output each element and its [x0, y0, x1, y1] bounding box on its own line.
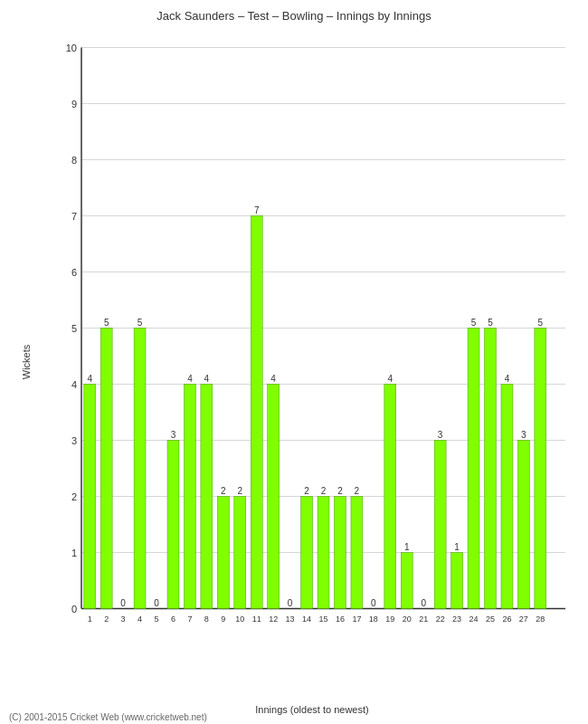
svg-text:25: 25 [486, 614, 495, 624]
y-axis-label: Wickets [21, 345, 32, 380]
svg-text:20: 20 [403, 614, 412, 624]
svg-text:5: 5 [155, 614, 159, 624]
svg-text:0: 0 [421, 598, 426, 608]
svg-text:4: 4 [187, 374, 193, 384]
svg-rect-73 [384, 385, 396, 609]
svg-rect-62 [318, 497, 329, 609]
svg-text:19: 19 [385, 614, 394, 624]
svg-text:0: 0 [288, 598, 293, 608]
svg-rect-90 [485, 329, 497, 609]
svg-rect-23 [84, 385, 96, 609]
svg-text:17: 17 [352, 614, 361, 624]
svg-text:2: 2 [237, 486, 242, 496]
svg-text:4: 4 [138, 614, 142, 624]
svg-text:8: 8 [204, 614, 209, 624]
svg-rect-99 [535, 329, 546, 609]
svg-text:1: 1 [88, 614, 92, 624]
svg-text:2: 2 [71, 491, 77, 502]
svg-text:4: 4 [505, 374, 510, 384]
svg-text:8: 8 [71, 155, 77, 166]
svg-text:13: 13 [286, 614, 295, 624]
svg-rect-39 [184, 385, 195, 609]
svg-text:6: 6 [71, 267, 77, 278]
svg-rect-68 [351, 497, 363, 609]
svg-text:1: 1 [71, 548, 77, 558]
svg-rect-65 [334, 497, 346, 609]
svg-text:26: 26 [502, 614, 511, 624]
chart-container: Jack Saunders – Test – Bowling – Innings… [0, 0, 588, 724]
svg-text:3: 3 [121, 614, 126, 624]
svg-text:0: 0 [154, 598, 159, 608]
svg-text:10: 10 [66, 43, 77, 53]
svg-rect-59 [301, 497, 313, 609]
svg-text:5: 5 [471, 318, 477, 328]
footer-text: (C) 2001-2015 Cricket Web (www.cricketwe… [9, 712, 207, 722]
svg-text:5: 5 [488, 318, 493, 328]
svg-text:5: 5 [104, 318, 109, 328]
svg-text:4: 4 [204, 374, 210, 384]
svg-text:2: 2 [337, 486, 343, 496]
svg-text:7: 7 [71, 211, 77, 222]
svg-text:0: 0 [71, 604, 77, 614]
svg-rect-48 [234, 497, 246, 609]
svg-text:14: 14 [302, 614, 311, 624]
svg-text:5: 5 [71, 323, 77, 334]
chart-title: Jack Saunders – Test – Bowling – Innings… [0, 0, 588, 27]
svg-text:18: 18 [369, 614, 378, 624]
svg-text:22: 22 [436, 614, 445, 624]
svg-text:7: 7 [187, 614, 192, 624]
svg-text:12: 12 [269, 614, 278, 624]
svg-text:2: 2 [321, 486, 327, 496]
svg-text:6: 6 [171, 614, 175, 624]
svg-rect-45 [217, 497, 229, 609]
svg-text:28: 28 [536, 614, 545, 624]
bar-chart-svg: 0123456789104152035405364748292107114120… [50, 32, 574, 652]
svg-text:4: 4 [87, 374, 92, 384]
svg-rect-31 [134, 329, 146, 609]
svg-text:4: 4 [71, 379, 77, 390]
svg-text:1: 1 [404, 542, 410, 552]
svg-text:23: 23 [452, 614, 461, 624]
svg-rect-87 [468, 329, 479, 609]
svg-text:4: 4 [388, 374, 394, 384]
svg-text:3: 3 [438, 430, 443, 440]
svg-text:3: 3 [171, 430, 176, 440]
svg-rect-26 [100, 329, 112, 609]
svg-text:1: 1 [454, 542, 460, 552]
svg-text:5: 5 [138, 318, 143, 328]
svg-text:3: 3 [521, 430, 526, 440]
svg-text:2: 2 [221, 486, 226, 496]
svg-text:10: 10 [235, 614, 244, 624]
svg-text:2: 2 [104, 614, 109, 624]
svg-rect-96 [517, 441, 529, 609]
svg-rect-84 [451, 553, 463, 609]
svg-text:9: 9 [221, 614, 225, 624]
svg-text:0: 0 [371, 598, 376, 608]
svg-text:27: 27 [519, 614, 528, 624]
svg-text:5: 5 [538, 318, 544, 328]
svg-rect-51 [251, 216, 262, 609]
svg-text:3: 3 [71, 435, 77, 446]
svg-text:9: 9 [71, 99, 77, 110]
svg-rect-54 [268, 385, 280, 609]
svg-text:2: 2 [304, 486, 309, 496]
svg-text:21: 21 [419, 614, 428, 624]
svg-rect-76 [401, 553, 413, 609]
svg-text:24: 24 [469, 614, 479, 624]
svg-rect-36 [167, 441, 179, 609]
chart-area: 0123456789104152035405364748292107114120… [50, 32, 574, 652]
svg-rect-42 [201, 385, 213, 609]
svg-text:4: 4 [270, 374, 276, 384]
svg-rect-81 [434, 441, 446, 609]
svg-text:7: 7 [254, 205, 260, 215]
svg-text:16: 16 [336, 614, 345, 624]
svg-text:11: 11 [252, 614, 261, 624]
svg-text:15: 15 [318, 614, 327, 624]
svg-rect-93 [501, 385, 513, 609]
svg-text:0: 0 [120, 598, 126, 608]
svg-text:2: 2 [355, 486, 360, 496]
